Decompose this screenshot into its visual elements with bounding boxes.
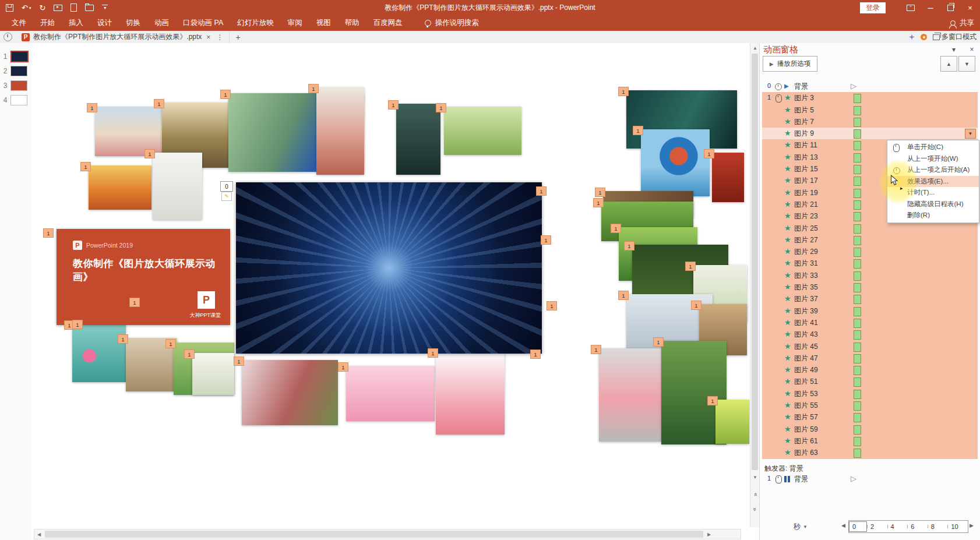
ribbon-tab-3[interactable]: 插入 — [62, 15, 90, 31]
animation-row-图片-53[interactable]: ★图片 53 — [762, 388, 978, 400]
scroll-left-icon[interactable]: ◀ — [34, 530, 44, 538]
tell-me-search[interactable]: 操作说明搜索 — [425, 18, 479, 28]
animation-number-badge[interactable]: 1 — [165, 339, 176, 348]
animation-number-badge[interactable]: 1 — [595, 188, 605, 197]
animation-number-badge[interactable]: 1 — [220, 90, 231, 99]
animation-number-badge[interactable]: 1 — [611, 224, 621, 233]
animation-number-badge[interactable]: 1 — [308, 84, 319, 93]
animation-row-图片-61[interactable]: ★图片 61 — [762, 435, 978, 447]
timeline-bar[interactable] — [854, 377, 861, 387]
login-button[interactable]: 登录 — [860, 2, 886, 13]
minimize-button[interactable]: ─ — [921, 0, 940, 15]
animation-number-badge[interactable]: 1 — [87, 103, 97, 112]
ribbon-tab-9[interactable]: 审阅 — [281, 15, 309, 31]
trigger-row-background[interactable]: 1 背景 ▷ — [762, 473, 978, 485]
vertical-scrollbar[interactable]: ▲ ▼ » » — [750, 43, 760, 527]
ribbon-tab-12[interactable]: 百度网盘 — [366, 15, 410, 31]
session-history-icon[interactable] — [3, 33, 12, 41]
ribbon-display-options-button[interactable]: ⌃ — [901, 0, 921, 15]
row-dropdown-button[interactable]: ▼ — [965, 129, 976, 139]
photo-hearts-balloon[interactable] — [72, 324, 126, 382]
timeline-bar[interactable] — [854, 259, 861, 269]
ribbon-tab-11[interactable]: 帮助 — [338, 15, 366, 31]
animation-number-badge[interactable]: 1 — [633, 126, 643, 135]
timeline-bar[interactable] — [854, 224, 861, 234]
ribbon-tab-10[interactable]: 视图 — [309, 15, 338, 31]
photo-sunflower-sunset[interactable] — [89, 165, 151, 210]
close-tab-icon[interactable]: × — [205, 33, 211, 41]
photo-bouquet-girl[interactable] — [192, 353, 234, 395]
pane-collapse-button[interactable]: ▾ — [947, 44, 960, 55]
slide-item-3[interactable]: 3 — [0, 79, 32, 92]
menu-item-1[interactable]: 单击开始(C) — [887, 142, 979, 153]
animation-row-图片-57[interactable]: ★图片 57 — [762, 411, 978, 423]
ribbon-tab-8[interactable]: 幻灯片放映 — [230, 15, 281, 31]
menu-item-7[interactable]: 删除(R) — [887, 210, 979, 221]
share-button[interactable]: 共享 — [950, 15, 974, 31]
multi-window-mode-button[interactable]: 多窗口模式 — [933, 32, 977, 42]
animation-number-badge[interactable]: 1 — [547, 301, 557, 310]
animation-number-badge[interactable]: 1 — [541, 235, 551, 245]
animation-number-badge[interactable]: 1 — [43, 228, 54, 238]
animation-row-图片-45[interactable]: ★图片 45 — [762, 341, 978, 352]
timeline-bar[interactable] — [854, 94, 861, 103]
ribbon-tab-2[interactable]: 开始 — [33, 15, 62, 31]
animation-number-badge[interactable]: 1 — [536, 186, 547, 196]
vertical-scroll-thumb[interactable] — [752, 54, 758, 470]
timeline-bar[interactable] — [854, 307, 861, 316]
ribbon-tab-6[interactable]: 动画 — [147, 15, 176, 31]
timeline-bar[interactable] — [854, 343, 861, 352]
photo-boat-girl[interactable] — [396, 104, 440, 175]
animation-number-badge[interactable]: 1 — [184, 350, 195, 359]
scale-right-icon[interactable]: ▶ — [970, 523, 974, 528]
document-tab[interactable]: P 教你制作《PPT制作图片放大循环展示动画效果》.pptx × ⋮ — [17, 31, 230, 43]
move-earlier-button[interactable]: ▲ — [940, 56, 957, 72]
timeline-bar[interactable] — [854, 413, 861, 422]
scroll-down-icon[interactable]: ▼ — [750, 472, 760, 482]
slide-item-4[interactable]: 4 — [0, 94, 32, 107]
timeline-bar[interactable] — [854, 165, 861, 174]
animation-row-图片-41[interactable]: ★图片 41 — [762, 317, 978, 329]
ribbon-tab-5[interactable]: 切换 — [119, 15, 147, 31]
animation-number-badge[interactable]: 1 — [436, 103, 446, 112]
animation-row-图片-31[interactable]: ★图片 31 — [762, 257, 978, 269]
photo-red-leaves[interactable] — [712, 153, 744, 202]
animation-number-badge[interactable]: 1 — [624, 241, 634, 250]
scale-left-icon[interactable]: ◀ — [841, 523, 845, 528]
photo-white-building-girl[interactable] — [153, 153, 202, 220]
animation-number-badge[interactable]: 1 — [144, 149, 155, 158]
magic-wand-icon[interactable] — [909, 34, 915, 40]
timeline-bar[interactable] — [854, 390, 861, 399]
animation-number-badge[interactable]: 1 — [118, 334, 128, 344]
animation-number-badge[interactable]: 1 — [154, 99, 164, 108]
timeline-bar[interactable] — [854, 118, 861, 127]
timeline-bar[interactable] — [854, 177, 861, 186]
animation-row-图片-25[interactable]: ★图片 25 — [762, 223, 978, 234]
animation-number-badge[interactable]: 1 — [707, 396, 718, 405]
gear-icon[interactable] — [921, 34, 927, 40]
ribbon-tab-4[interactable]: 设计 — [90, 15, 119, 31]
animation-row-图片-51[interactable]: ★图片 51 — [762, 376, 978, 387]
animation-number-badge[interactable]: 1 — [691, 301, 701, 310]
animation-row-图片-5[interactable]: ★图片 5 — [762, 104, 978, 116]
animation-number-badge[interactable]: 1 — [338, 362, 348, 372]
ribbon-tab-1[interactable]: 文件 — [5, 15, 33, 31]
animation-number-badge[interactable]: 1 — [388, 100, 399, 110]
timeline-bar[interactable] — [854, 248, 861, 257]
slide-item-1[interactable]: 1 — [0, 50, 32, 63]
move-later-button[interactable]: ▼ — [958, 56, 975, 72]
scroll-right-icon[interactable]: ▶ — [704, 530, 714, 538]
animation-row-图片-63[interactable]: ★图片 63 — [762, 447, 978, 458]
timeline-bar[interactable] — [854, 271, 861, 281]
animation-number-badge[interactable]: 1 — [653, 337, 664, 347]
horizontal-scrollbar[interactable]: ◀ ▶ — [34, 529, 741, 539]
tab-more-icon[interactable]: ⋮ — [215, 33, 224, 41]
timeline-bar[interactable] — [854, 295, 861, 304]
animation-row-图片-35[interactable]: ★图片 35 — [762, 281, 978, 293]
previous-slide-button[interactable]: » — [750, 489, 760, 500]
timeline-bar[interactable] — [854, 212, 861, 221]
close-button[interactable]: × — [960, 0, 980, 15]
timeline-bar[interactable] — [854, 106, 861, 115]
photo-portrait-look-up[interactable] — [316, 87, 364, 175]
animation-row-图片-33[interactable]: ★图片 33 — [762, 270, 978, 281]
